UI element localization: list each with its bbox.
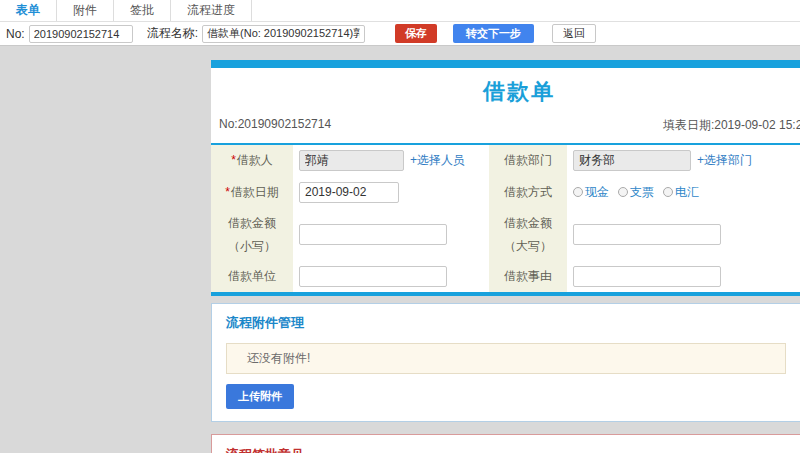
select-dept-link[interactable]: +选择部门 [697, 152, 752, 169]
select-person-link[interactable]: +选择人员 [410, 152, 465, 169]
tab-bar: 表单 附件 签批 流程进度 [0, 0, 800, 22]
loan-unit-label: 借款单位 [211, 261, 293, 292]
loan-method-label: 借款方式 [489, 175, 567, 209]
back-button[interactable]: 返回 [552, 24, 596, 43]
radio-cash[interactable]: 现金 [573, 184, 609, 201]
borrower-label: *借款人 [211, 145, 293, 175]
approval-title: 流程签批意见 [226, 446, 800, 453]
approval-panel: 流程签批意见 B I abc [211, 434, 800, 453]
forward-next-step-button[interactable]: 转交下一步 [453, 24, 534, 43]
loan-unit-field-cell [293, 261, 489, 292]
radio-wire[interactable]: 电汇 [663, 184, 699, 201]
flow-name-label: 流程名称: [147, 25, 198, 42]
page-title: 借款单 [211, 68, 800, 110]
tab-approval[interactable]: 签批 [114, 0, 171, 21]
dept-input[interactable] [573, 150, 691, 171]
loan-reason-field-cell [567, 261, 800, 292]
loan-date-input[interactable] [299, 182, 399, 203]
action-toolbar: No: 流程名称: 保存 转交下一步 返回 [0, 22, 800, 46]
loan-date-label: *借款日期 [211, 175, 293, 209]
amount-big-input[interactable] [573, 224, 721, 245]
no-label: No: [6, 27, 25, 41]
no-input[interactable] [29, 25, 133, 43]
form-date-text: 填表日期:2019-09-02 15:27:1 [663, 117, 800, 134]
save-button[interactable]: 保存 [395, 24, 437, 43]
upload-attachment-button[interactable]: 上传附件 [226, 384, 294, 409]
required-asterisk: * [225, 185, 230, 199]
radio-icon [573, 187, 583, 197]
loan-date-field-cell [293, 175, 489, 209]
dept-field-cell: +选择部门 [567, 145, 800, 175]
required-asterisk: * [231, 153, 236, 167]
form-fields-grid: *借款人 +选择人员 借款部门 +选择部门 *借款日期 借款方式 现金 [211, 145, 800, 292]
tab-flow-progress[interactable]: 流程进度 [171, 0, 252, 21]
attachments-title: 流程附件管理 [226, 314, 786, 332]
amount-small-label: 借款金额（小写） [211, 209, 293, 261]
main-content: 借款单 No:20190902152714 填表日期:2019-09-02 15… [211, 60, 800, 453]
amount-small-input[interactable] [299, 224, 447, 245]
panel-top-accent-bar [211, 60, 800, 68]
form-no-text: No:20190902152714 [219, 117, 331, 134]
borrower-field-cell: +选择人员 [293, 145, 489, 175]
radio-icon [663, 187, 673, 197]
loan-method-radio-group: 现金 支票 电汇 [573, 184, 699, 201]
radio-cheque[interactable]: 支票 [618, 184, 654, 201]
attachments-panel: 流程附件管理 还没有附件! 上传附件 [211, 303, 800, 422]
radio-icon [618, 187, 628, 197]
loan-reason-input[interactable] [573, 266, 721, 287]
no-attachments-alert: 还没有附件! [226, 343, 786, 374]
panel-bottom-accent-bar [211, 292, 800, 296]
tab-attachments[interactable]: 附件 [57, 0, 114, 21]
borrower-input[interactable] [299, 150, 404, 171]
form-meta-row: No:20190902152714 填表日期:2019-09-02 15:27:… [211, 110, 800, 143]
amount-big-field-cell [567, 209, 800, 261]
loan-form-panel: 借款单 No:20190902152714 填表日期:2019-09-02 15… [211, 60, 800, 296]
loan-method-field-cell: 现金 支票 电汇 [567, 175, 800, 209]
loan-reason-label: 借款事由 [489, 261, 567, 292]
loan-unit-input[interactable] [299, 266, 447, 287]
tab-form[interactable]: 表单 [0, 0, 57, 21]
flow-name-input[interactable] [202, 25, 365, 43]
amount-big-label: 借款金额（大写） [489, 209, 567, 261]
amount-small-field-cell [293, 209, 489, 261]
dept-label: 借款部门 [489, 145, 567, 175]
